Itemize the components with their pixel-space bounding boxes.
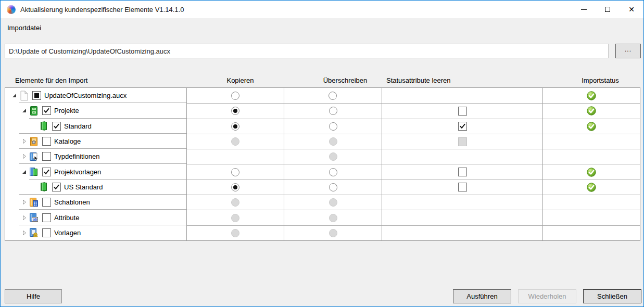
table-row[interactable]: Projektvorlagen <box>5 164 640 179</box>
element-select-checkbox-indeterminate[interactable] <box>32 91 41 100</box>
kopieren-cell <box>187 195 284 210</box>
table-row[interactable]: Typdefinitionen <box>5 149 640 164</box>
expand-arrow-icon[interactable] <box>20 138 28 145</box>
svg-text:ab: ab <box>33 218 37 221</box>
table-row[interactable]: abAttribute <box>5 210 640 225</box>
column-header-kopieren[interactable]: Kopieren <box>187 73 284 87</box>
tree-cell: Schablonen <box>5 195 187 210</box>
folder-blue-green-icon <box>29 167 39 177</box>
folder-green-icon <box>39 121 49 131</box>
maximize-button[interactable] <box>596 1 620 18</box>
column-header-elemente[interactable]: Elemente für den Import <box>5 73 187 87</box>
tree-cell: UpdateOfCustomizing.aucx <box>5 88 187 103</box>
kopieren-cell <box>187 225 284 240</box>
expand-arrow-icon[interactable] <box>20 199 28 206</box>
window-title: Aktualisierung kundenspezifischer Elemen… <box>20 6 184 14</box>
wiederholen-button[interactable]: Wiederholen <box>518 289 576 303</box>
element-select-checkbox-unchecked[interactable] <box>42 152 51 161</box>
tree-item-label[interactable]: Schablonen <box>54 198 90 206</box>
tree-item-label[interactable]: Kataloge <box>54 137 81 145</box>
app-logo-icon <box>7 5 16 14</box>
kopieren-radio-on[interactable] <box>231 183 239 191</box>
expand-arrow-icon[interactable] <box>20 229 28 236</box>
column-header-importstatus[interactable]: Importstatus <box>544 73 640 87</box>
schliessen-button[interactable]: Schließen <box>583 289 641 303</box>
ueberschreiben-cell <box>284 164 382 179</box>
expand-arrow-icon[interactable] <box>20 214 28 221</box>
collapse-arrow-icon[interactable] <box>20 108 28 114</box>
table-row[interactable]: US Standard <box>5 180 640 195</box>
table-row[interactable]: UpdateOfCustomizing.aucx <box>5 88 640 103</box>
statusattribute-checkbox-unchecked[interactable] <box>458 168 467 176</box>
column-header-statusattribute[interactable]: Statusattribute leeren <box>382 73 544 87</box>
ueberschreiben-radio-off[interactable] <box>329 107 337 115</box>
element-select-checkbox-unchecked[interactable] <box>42 137 51 146</box>
close-button[interactable]: ✕ <box>620 1 643 18</box>
import-tree-table: UpdateOfCustomizing.aucxProjekteStandard… <box>5 87 640 241</box>
table-row[interactable]: Standard <box>5 119 640 134</box>
kopieren-radio-off[interactable] <box>231 168 239 176</box>
element-select-checkbox-checked[interactable] <box>52 122 61 131</box>
statusattribute-cell <box>382 225 543 240</box>
tree-item-label[interactable]: Projekte <box>54 107 79 114</box>
ueberschreiben-radio-off[interactable] <box>329 122 337 131</box>
ausfuehren-button[interactable]: Ausführen <box>453 289 511 303</box>
tree-item-label[interactable]: Projektvorlagen <box>54 168 101 176</box>
tree-item-label[interactable]: UpdateOfCustomizing.aucx <box>44 92 127 99</box>
importstatus-cell <box>543 225 640 240</box>
ueberschreiben-radio-disabled <box>329 137 337 146</box>
kopieren-radio-on[interactable] <box>231 107 239 115</box>
maximize-icon <box>605 7 610 12</box>
ueberschreiben-cell <box>284 210 382 225</box>
table-row[interactable]: Projekte <box>5 103 640 118</box>
folder-blue-cursor-icon <box>29 151 39 162</box>
collapse-arrow-icon[interactable] <box>20 169 28 175</box>
row-separator <box>19 225 186 225</box>
kopieren-cell <box>187 164 284 179</box>
import-path-input[interactable] <box>5 44 609 58</box>
tree-item-label[interactable]: Attribute <box>54 214 79 222</box>
element-select-checkbox-checked[interactable] <box>42 168 51 176</box>
expander-spacer <box>30 123 37 129</box>
statusattribute-cell <box>382 180 543 195</box>
row-separator <box>19 148 186 149</box>
importstatus-cell <box>543 149 640 164</box>
kopieren-radio-disabled <box>231 229 239 237</box>
tree-item-label[interactable]: Typdefinitionen <box>54 152 99 160</box>
tree-cell: Projekte <box>5 103 187 118</box>
expand-arrow-icon[interactable] <box>20 154 28 160</box>
collapse-arrow-icon[interactable] <box>10 93 18 99</box>
ueberschreiben-radio-off[interactable] <box>329 183 337 191</box>
expander-spacer <box>30 184 37 190</box>
ueberschreiben-radio-off[interactable] <box>329 92 337 100</box>
kopieren-radio-off[interactable] <box>231 92 239 100</box>
minimize-button[interactable] <box>572 1 596 18</box>
element-select-checkbox-unchecked[interactable] <box>42 198 51 207</box>
element-select-checkbox-checked[interactable] <box>52 183 61 191</box>
importstatus-cell <box>543 210 640 225</box>
element-select-checkbox-unchecked[interactable] <box>42 213 51 222</box>
element-select-checkbox-checked[interactable] <box>42 106 51 115</box>
table-row[interactable]: Vorlagen <box>5 225 640 240</box>
ueberschreiben-radio-off[interactable] <box>329 168 337 176</box>
table-row[interactable]: Schablonen <box>5 195 640 210</box>
table-row[interactable]: Kataloge <box>5 134 640 149</box>
statusattribute-checkbox-unchecked[interactable] <box>458 183 467 191</box>
row-separator <box>19 209 186 210</box>
ueberschreiben-cell <box>284 225 382 240</box>
minimize-icon <box>581 9 587 10</box>
ueberschreiben-cell <box>284 149 382 164</box>
folder-orange-dots-icon <box>29 197 39 208</box>
statusattribute-checkbox-checked[interactable] <box>458 122 467 131</box>
kopieren-radio-on[interactable] <box>231 122 239 131</box>
statusattribute-checkbox-unchecked[interactable] <box>458 107 467 116</box>
tree-item-label[interactable]: US Standard <box>64 183 103 191</box>
column-header-ueberschreiben[interactable]: Überschreiben <box>284 73 382 87</box>
tree-cell: US Standard <box>5 180 187 195</box>
hilfe-button[interactable]: Hilfe <box>5 289 62 303</box>
element-select-checkbox-unchecked[interactable] <box>42 228 51 237</box>
browse-button[interactable]: ... <box>615 44 641 58</box>
tree-item-label[interactable]: Vorlagen <box>54 229 81 237</box>
tree-item-label[interactable]: Standard <box>64 122 92 130</box>
row-separator <box>29 118 186 119</box>
